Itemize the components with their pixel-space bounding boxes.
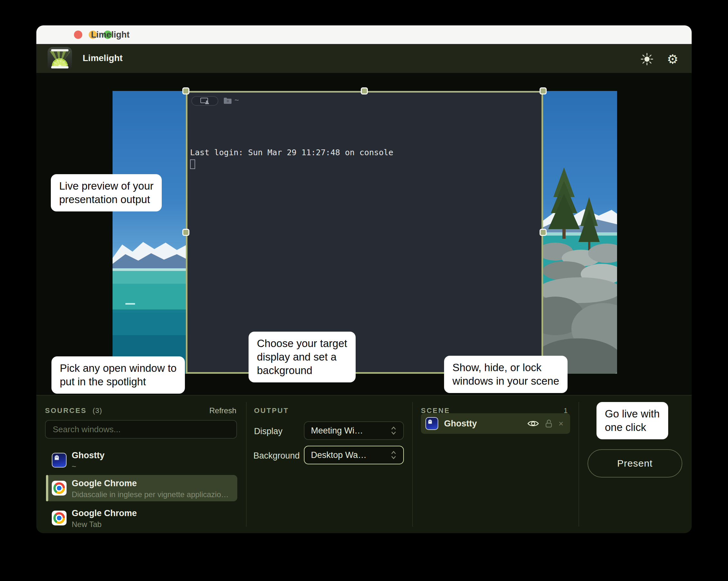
display-label: Display bbox=[254, 426, 283, 436]
gear-icon: ⚙ bbox=[667, 53, 678, 65]
scene-item-ghostty[interactable]: Ghostty × bbox=[421, 413, 570, 434]
source-subtitle: New Tab bbox=[72, 520, 102, 529]
resize-handle-right-middle[interactable] bbox=[540, 229, 547, 236]
callout-live-preview: Live preview of your presentation output bbox=[51, 174, 162, 212]
visibility-toggle-button[interactable] bbox=[527, 419, 539, 428]
app-header: Limelight ⚙ bbox=[36, 44, 692, 73]
app-logo-icon bbox=[48, 47, 72, 71]
resize-handle-left-middle[interactable] bbox=[182, 229, 189, 236]
app-name: Limelight bbox=[83, 53, 123, 63]
chrome-icon bbox=[52, 510, 67, 525]
titlebar[interactable]: Limelight bbox=[36, 25, 692, 44]
panel-divider bbox=[246, 402, 246, 527]
output-header: OUTPUT bbox=[254, 407, 289, 415]
theme-toggle-button[interactable] bbox=[640, 53, 654, 65]
refresh-button[interactable]: Refresh bbox=[209, 406, 236, 415]
ghostty-icon bbox=[425, 417, 438, 430]
callout-pick-window: Pick any open window to put in the spotl… bbox=[51, 356, 185, 394]
source-name: Google Chrome bbox=[72, 478, 137, 489]
terminal-output-text: Last login: Sun Mar 29 11:27:48 on conso… bbox=[190, 148, 393, 157]
terminal-tab bbox=[191, 96, 218, 106]
chevron-up-down-icon bbox=[390, 426, 397, 436]
window-title: Limelight bbox=[91, 30, 130, 40]
unlock-icon bbox=[544, 419, 553, 428]
control-panel: SOURCES (3) Refresh Ghostty ~ Google Chr… bbox=[36, 395, 692, 533]
close-window-button[interactable] bbox=[74, 30, 82, 39]
lock-toggle-button[interactable] bbox=[544, 419, 553, 428]
resize-handle-top-left[interactable] bbox=[182, 87, 189, 94]
source-row-chrome-selected[interactable]: Google Chrome Didascalie in inglese per … bbox=[46, 475, 237, 501]
ghostty-icon bbox=[52, 453, 67, 468]
source-name: Google Chrome bbox=[72, 508, 137, 518]
source-name: Ghostty bbox=[72, 450, 104, 461]
limelight-window: Limelight Limelight bbox=[36, 25, 692, 533]
callout-scene-controls: Show, hide, or lock windows in your scen… bbox=[444, 356, 568, 393]
background-label: Background bbox=[253, 451, 300, 461]
terminal-path: ~ bbox=[234, 96, 239, 105]
resize-handle-top-center[interactable] bbox=[361, 87, 368, 94]
terminal-window-preview[interactable]: ~ Last login: Sun Mar 29 11:27:48 on con… bbox=[186, 91, 543, 374]
settings-button[interactable]: ⚙ bbox=[666, 53, 680, 65]
source-subtitle: Didascalie in inglese per vignette appli… bbox=[72, 490, 233, 499]
remove-from-scene-button[interactable]: × bbox=[558, 419, 563, 429]
folder-icon bbox=[224, 97, 232, 104]
search-input[interactable] bbox=[45, 420, 237, 439]
background-select[interactable]: Desktop Wa… bbox=[304, 446, 404, 464]
sun-icon bbox=[641, 53, 653, 65]
scene-item-name: Ghostty bbox=[444, 419, 477, 429]
callout-choose-display: Choose your target display and set a bac… bbox=[249, 332, 356, 382]
source-row-chrome[interactable]: Google Chrome New Tab bbox=[46, 505, 237, 531]
preview-stage: ~ Last login: Sun Mar 29 11:27:48 on con… bbox=[36, 73, 692, 395]
chevron-up-down-icon bbox=[390, 450, 397, 460]
resize-handle-top-right[interactable] bbox=[540, 87, 547, 94]
eye-icon bbox=[527, 419, 539, 428]
sources-header: SOURCES (3) bbox=[45, 407, 102, 415]
panel-divider bbox=[578, 402, 579, 527]
source-row-ghostty[interactable]: Ghostty ~ bbox=[46, 447, 237, 473]
callout-go-live: Go live with one click bbox=[597, 402, 668, 439]
sources-count: (3) bbox=[93, 407, 102, 415]
wallpaper-right-scenery bbox=[543, 91, 617, 374]
terminal-cursor bbox=[190, 159, 195, 169]
desktop: Limelight Limelight bbox=[0, 0, 728, 581]
close-icon: × bbox=[558, 419, 563, 429]
chrome-icon bbox=[52, 481, 67, 496]
wallpaper-left-scenery bbox=[112, 91, 186, 374]
panel-divider bbox=[412, 402, 413, 527]
source-subtitle: ~ bbox=[72, 462, 76, 471]
screen-share-icon bbox=[200, 98, 210, 105]
display-select[interactable]: Meeting Wi… bbox=[304, 421, 404, 440]
present-button[interactable]: Present bbox=[588, 449, 682, 477]
